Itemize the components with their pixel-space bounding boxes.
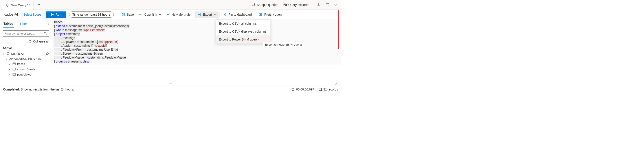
save-icon <box>122 13 125 16</box>
sidebar-search-wrap <box>0 28 52 39</box>
sidebar-tab-filter[interactable]: Filter <box>19 20 28 27</box>
sample-queries-button[interactable]: Sample queries <box>250 2 280 8</box>
panel-icon <box>326 3 329 6</box>
svg-point-4 <box>44 32 46 34</box>
table-icon <box>12 67 16 71</box>
export-csv-displayed[interactable]: Export to CSV - displayed columns <box>216 28 270 36</box>
svg-rect-6 <box>13 68 16 70</box>
toolbar-separator <box>118 12 118 17</box>
time-range-value: Last 24 hours <box>90 13 110 16</box>
play-icon <box>50 13 54 16</box>
settings-button[interactable] <box>315 2 322 8</box>
run-button[interactable]: Run <box>46 12 66 18</box>
new-alert-label: New alert rule <box>172 13 190 16</box>
search-icon <box>44 32 47 35</box>
editor-area: traces | extend customdims = parse_json(… <box>52 20 341 81</box>
main-area: Tables Filter « Collapse all Active Kudo… <box>0 20 341 81</box>
more-chevron[interactable] <box>332 2 339 7</box>
svg-rect-7 <box>13 73 16 76</box>
list-sparkle-icon <box>252 3 256 6</box>
status-text: Completed. Showing results from the last… <box>3 88 74 91</box>
expand-up-icon[interactable]: ︽ <box>335 82 338 86</box>
copy-link-button[interactable]: Copy link <box>136 12 164 18</box>
table-icon <box>12 62 16 66</box>
pin-button[interactable]: Pin to dashboard <box>220 12 254 18</box>
caret-down-icon <box>3 52 5 55</box>
resize-handle[interactable]: ⋯︽ <box>0 81 341 85</box>
export-tooltip: Export to Power BI (M query) <box>263 42 304 47</box>
tree-item-traces[interactable]: traces <box>3 61 49 66</box>
chevron-down-icon <box>214 14 216 16</box>
lightbulb-icon <box>6 4 9 7</box>
sidebar-tabs: Tables Filter « <box>0 20 52 28</box>
toolbar-separator <box>219 12 220 17</box>
tree-item-label: pageViews <box>17 73 31 76</box>
svg-point-2 <box>318 4 319 5</box>
status-time-value: 00:00:00.697 <box>296 88 314 91</box>
status-right: 00:00:00.697 31 records <box>291 88 338 91</box>
tree-root-row[interactable]: Kudos-AI <box>3 51 49 56</box>
caret-right-icon <box>9 73 11 76</box>
save-label: Save <box>127 13 134 16</box>
new-tab-button[interactable]: + <box>36 1 43 8</box>
tree-item-customevents[interactable]: customEvents <box>3 66 49 72</box>
svg-rect-5 <box>13 63 16 65</box>
chevron-down-icon <box>334 4 337 6</box>
stopwatch-icon <box>291 88 295 91</box>
gear-icon <box>317 3 320 6</box>
svg-rect-3 <box>326 4 329 6</box>
sidebar-section-active: Active <box>0 45 52 51</box>
time-range-prefix: Time range : <box>72 13 90 16</box>
tree-item-pageviews[interactable]: pageViews <box>3 72 49 77</box>
caret-right-icon <box>9 68 11 70</box>
caret-down-icon <box>6 58 8 60</box>
chevron-down-icon <box>159 14 161 16</box>
tree-group-label: APPLICATION INSIGHTS <box>9 57 41 60</box>
query-explorer-label: Query explorer <box>288 3 309 6</box>
toolbar-separator <box>255 12 256 17</box>
folder-search-icon <box>284 3 287 6</box>
toolbar-separator <box>286 12 286 17</box>
link-icon <box>139 13 142 16</box>
svg-rect-9 <box>319 88 322 91</box>
prettify-label: Prettify query <box>264 13 282 16</box>
query-explorer-button[interactable]: Query explorer <box>281 2 311 8</box>
export-button[interactable]: Export <box>195 12 218 18</box>
tab-bar: New Query 1* + Sample queries Query expl… <box>0 0 341 10</box>
search-input[interactable] <box>4 32 44 35</box>
prettify-button[interactable]: Prettify query <box>256 12 285 18</box>
collapse-all-button[interactable]: Collapse all <box>0 39 52 45</box>
scope-label: Kudos-AI <box>4 12 18 16</box>
tab-title: New Query 1* <box>11 4 30 7</box>
export-label: Export <box>203 13 212 16</box>
tree-group-row[interactable]: APPLICATION INSIGHTS <box>3 56 49 61</box>
pin-icon <box>223 13 226 16</box>
collapse-all-label: Collapse all <box>33 40 49 43</box>
toolbar-separator <box>194 12 194 17</box>
tree-item-label: traces <box>17 62 25 66</box>
schema-tree: Kudos-AI APPLICATION INSIGHTS traces cus… <box>0 51 52 77</box>
records-icon <box>318 88 322 91</box>
status-records-value: 31 records <box>324 88 338 91</box>
status-timer: 00:00:00.697 <box>291 88 314 91</box>
pin-label: Pin to dashboard <box>228 13 252 16</box>
copy-link-label: Copy link <box>144 13 157 16</box>
tree-item-label: customEvents <box>17 68 35 71</box>
star-icon[interactable] <box>46 52 49 56</box>
export-csv-all[interactable]: Export to CSV - all columns <box>216 20 270 28</box>
time-range-pill[interactable]: Time range : Last 24 hours <box>69 12 114 18</box>
table-icon <box>12 73 16 76</box>
export-icon <box>198 13 201 16</box>
export-powerbi[interactable]: Export to Power BI (M query) <box>216 36 270 43</box>
sidebar-collapse-button[interactable]: « <box>47 22 49 26</box>
sidebar-tab-tables[interactable]: Tables <box>3 20 14 28</box>
export-dropdown: Export to CSV - all columns Export to CS… <box>216 20 271 44</box>
query-tab[interactable]: New Query 1* <box>2 1 34 10</box>
select-scope-link[interactable]: Select Scope <box>23 13 42 16</box>
sidebar: Tables Filter « Collapse all Active Kudo… <box>0 20 52 81</box>
save-button[interactable]: Save <box>119 12 136 18</box>
new-alert-button[interactable]: New alert rule <box>164 12 193 18</box>
panel-button[interactable] <box>324 2 331 8</box>
tab-right-actions: Sample queries Query explorer <box>250 2 341 8</box>
sidebar-search[interactable] <box>3 30 49 36</box>
